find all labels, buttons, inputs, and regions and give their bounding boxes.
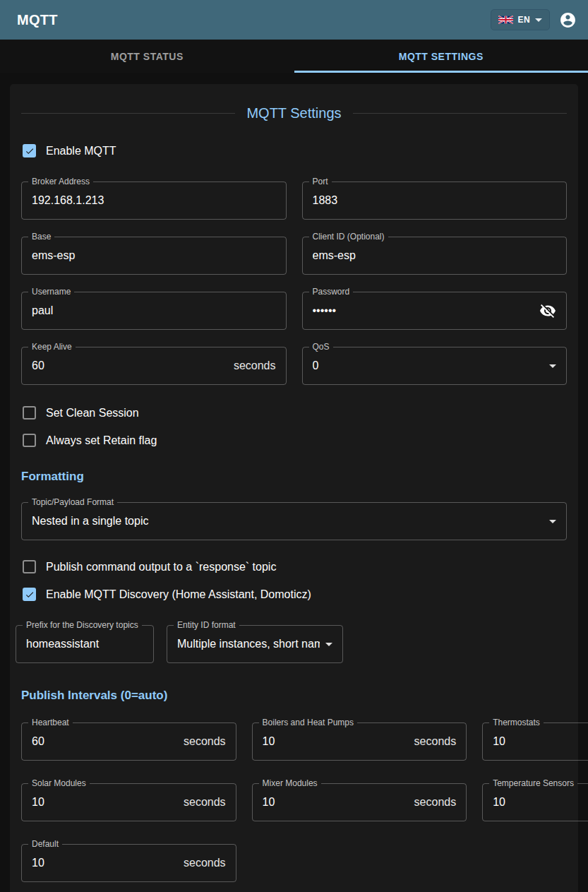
clean-session-label: Set Clean Session (46, 407, 139, 420)
response-topic-label: Publish command output to a `response` t… (46, 561, 276, 573)
mixer-label: Mixer Modules (259, 778, 321, 788)
temperature-interval-field[interactable]: Temperature Sensors seconds (482, 783, 588, 821)
heartbeat-input[interactable] (32, 735, 178, 748)
port-input[interactable] (313, 194, 557, 207)
temperature-input[interactable] (493, 796, 588, 809)
retain-flag-checkbox[interactable] (23, 434, 36, 447)
mixer-interval-field[interactable]: Mixer Modules seconds (252, 783, 467, 821)
unit-label: seconds (184, 796, 226, 809)
enable-mqtt-checkbox[interactable] (23, 144, 36, 157)
base-input[interactable] (32, 249, 276, 262)
username-field[interactable]: Username (21, 292, 287, 330)
language-selector[interactable]: EN (491, 9, 550, 30)
password-input[interactable] (313, 304, 534, 317)
unit-label: seconds (414, 796, 457, 809)
broker-address-label: Broker Address (28, 177, 93, 186)
tab-mqtt-status[interactable]: MQTT STATUS (0, 40, 294, 73)
client-id-label: Client ID (Optional) (309, 232, 388, 242)
boilers-interval-field[interactable]: Boilers and Heat Pumps seconds (252, 722, 467, 761)
default-input[interactable] (32, 857, 178, 869)
intervals-heading: Publish Intervals (0=auto) (21, 689, 567, 703)
dropdown-arrow-icon (549, 520, 556, 523)
account-icon[interactable] (558, 11, 577, 29)
clean-session-checkbox[interactable] (23, 406, 36, 420)
appbar-actions: EN (491, 9, 577, 30)
app-bar: MQTT EN (0, 0, 588, 40)
boilers-label: Boilers and Heat Pumps (259, 718, 357, 727)
default-label: Default (28, 839, 62, 849)
solar-interval-field[interactable]: Solar Modules seconds (21, 783, 236, 821)
broker-address-input[interactable] (32, 194, 276, 207)
thermostats-label: Thermostats (489, 718, 544, 727)
keep-alive-label: Keep Alive (28, 342, 76, 352)
enable-mqtt-checkbox-row[interactable]: Enable MQTT (23, 144, 567, 157)
section-title: MQTT Settings (21, 105, 567, 121)
password-label: Password (309, 287, 354, 297)
entity-format-select[interactable]: Entity ID format (167, 625, 343, 663)
discovery-prefix-input[interactable] (26, 638, 143, 650)
topic-format-label: Topic/Payload Format (28, 497, 117, 507)
topic-format-select[interactable]: Topic/Payload Format (21, 502, 567, 540)
enable-mqtt-label: Enable MQTT (46, 145, 116, 157)
discovery-label: Enable MQTT Discovery (Home Assistant, D… (46, 588, 311, 601)
boilers-input[interactable] (263, 735, 409, 748)
keep-alive-unit: seconds (234, 359, 276, 372)
base-label: Base (28, 232, 54, 242)
tab-bar: MQTT STATUS MQTT SETTINGS (0, 40, 588, 73)
qos-label: QoS (309, 342, 333, 352)
divider (353, 113, 567, 114)
client-id-field[interactable]: Client ID (Optional) (302, 237, 568, 275)
topic-format-value[interactable] (32, 515, 544, 528)
entity-format-label: Entity ID format (174, 620, 239, 630)
thermostats-input[interactable] (493, 735, 588, 748)
formatting-heading: Formatting (21, 470, 567, 484)
broker-address-field[interactable]: Broker Address (21, 182, 287, 220)
client-id-input[interactable] (313, 249, 557, 262)
uk-flag-icon (498, 16, 513, 24)
discovery-checkbox-row[interactable]: Enable MQTT Discovery (Home Assistant, D… (23, 588, 567, 601)
chevron-down-icon (535, 18, 542, 22)
heartbeat-interval-field[interactable]: Heartbeat seconds (21, 722, 236, 761)
solar-label: Solar Modules (28, 778, 90, 788)
connection-fields: Broker Address Port Base Client ID (Opti… (21, 182, 567, 385)
discovery-checkbox[interactable] (23, 588, 36, 601)
default-interval-field[interactable]: Default seconds (21, 844, 236, 882)
clean-session-checkbox-row[interactable]: Set Clean Session (23, 406, 567, 420)
dropdown-arrow-icon (549, 364, 556, 368)
divider (21, 113, 235, 114)
heartbeat-label: Heartbeat (28, 718, 73, 727)
temperature-label: Temperature Sensors (489, 778, 577, 788)
response-topic-checkbox-row[interactable]: Publish command output to a `response` t… (23, 560, 567, 573)
tab-mqtt-settings[interactable]: MQTT SETTINGS (294, 40, 588, 73)
username-input[interactable] (32, 304, 276, 317)
base-field[interactable]: Base (21, 237, 287, 275)
thermostats-interval-field[interactable]: Thermostats seconds (482, 722, 588, 761)
qos-value[interactable] (313, 359, 544, 372)
solar-input[interactable] (32, 796, 178, 809)
password-field[interactable]: Password (302, 292, 568, 330)
dropdown-arrow-icon (325, 643, 332, 646)
visibility-off-icon[interactable] (539, 302, 556, 319)
mixer-input[interactable] (263, 796, 409, 809)
entity-format-value[interactable] (177, 638, 320, 650)
discovery-prefix-label: Prefix for the Discovery topics (23, 620, 142, 630)
port-field[interactable]: Port (302, 182, 568, 220)
discovery-prefix-field[interactable]: Prefix for the Discovery topics (16, 625, 154, 663)
intervals-grid: Heartbeat seconds Boilers and Heat Pumps… (21, 722, 567, 882)
qos-select[interactable]: QoS (302, 347, 568, 385)
settings-card: MQTT Settings Enable MQTT Broker Address… (10, 84, 578, 892)
discovery-fields: Prefix for the Discovery topics Entity I… (16, 625, 567, 663)
keep-alive-input[interactable] (32, 359, 228, 372)
username-label: Username (28, 287, 74, 297)
response-topic-checkbox[interactable] (23, 560, 36, 573)
port-label: Port (309, 177, 332, 186)
unit-label: seconds (414, 735, 457, 748)
unit-label: seconds (184, 857, 226, 869)
language-code: EN (518, 15, 530, 25)
retain-flag-label: Always set Retain flag (46, 434, 157, 447)
keep-alive-field[interactable]: Keep Alive seconds (21, 347, 287, 385)
retain-flag-checkbox-row[interactable]: Always set Retain flag (23, 434, 567, 447)
page-title: MQTT (17, 12, 58, 28)
unit-label: seconds (184, 735, 226, 748)
settings-heading: MQTT Settings (246, 105, 341, 121)
